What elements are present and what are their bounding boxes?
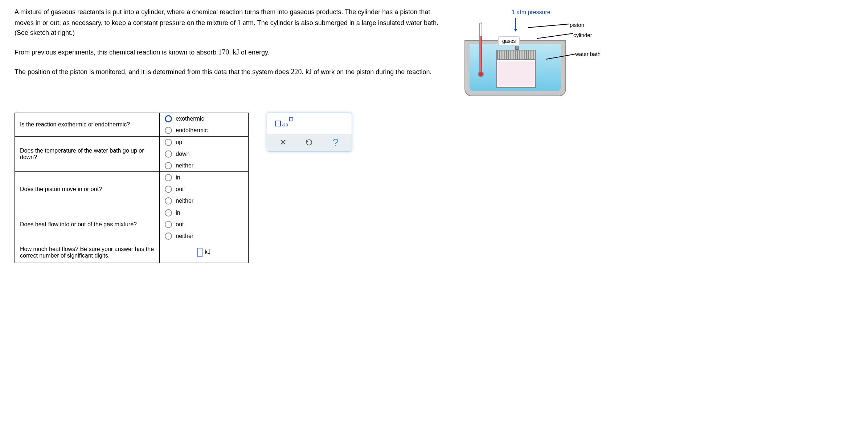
reset-button[interactable]: [303, 137, 315, 148]
reset-icon: [305, 138, 313, 146]
sci-box-icon: [275, 121, 281, 126]
option-label: in: [176, 174, 180, 181]
energy-value: 170. kJ: [218, 48, 239, 56]
heat-question-text: How much heat flows? Be sure your answer…: [15, 242, 160, 263]
sci-notation-button[interactable]: x10: [267, 113, 352, 134]
work-value: 220. kJ: [291, 68, 312, 76]
help-icon: ?: [332, 136, 339, 149]
radio-option[interactable]: endothermic: [160, 125, 248, 136]
tool-panel: x10 ✕ ?: [267, 113, 352, 151]
radio-option[interactable]: in: [160, 172, 248, 183]
radio-icon: [165, 150, 172, 158]
para2-b: of energy.: [239, 49, 270, 56]
piston-label: piston: [570, 22, 584, 28]
help-button[interactable]: ?: [330, 137, 341, 148]
sci-exp-box-icon: [289, 117, 293, 121]
radio-icon: [165, 115, 172, 122]
thermometer-icon: [478, 23, 484, 77]
answer-options: exothermicendothermic: [160, 113, 249, 137]
radio-option[interactable]: exothermic: [160, 113, 248, 125]
radio-icon: [165, 162, 172, 169]
radio-option[interactable]: neither: [160, 195, 248, 207]
para3-b: of work on the piston during the reactio…: [312, 68, 431, 76]
atm-value: 1 atm: [237, 19, 254, 27]
cylinder-shape: [496, 50, 536, 88]
cylinder-label: cylinder: [573, 32, 592, 38]
option-label: out: [176, 221, 184, 228]
radio-icon: [165, 174, 172, 181]
option-label: endothermic: [176, 127, 208, 134]
radio-icon: [165, 209, 172, 216]
piston-shape: [496, 50, 536, 60]
radio-option[interactable]: neither: [160, 160, 248, 171]
radio-icon: [165, 232, 172, 240]
option-label: out: [176, 186, 184, 193]
pressure-label: 1 atm pressure: [512, 9, 550, 16]
apparatus-diagram: 1 atm pressure piston cylinder water bat…: [464, 7, 602, 102]
option-label: exothermic: [176, 116, 204, 122]
radio-option[interactable]: down: [160, 148, 248, 160]
bath-container: [464, 40, 566, 96]
radio-option[interactable]: out: [160, 219, 248, 230]
radio-option[interactable]: neither: [160, 230, 248, 242]
radio-icon: [165, 186, 172, 193]
question-text: Does the temperature of the water bath g…: [15, 137, 160, 172]
clear-button[interactable]: ✕: [277, 137, 289, 148]
option-label: in: [176, 210, 180, 216]
radio-option[interactable]: out: [160, 183, 248, 195]
radio-icon: [165, 139, 172, 146]
radio-option[interactable]: in: [160, 207, 248, 219]
heat-input[interactable]: [197, 248, 202, 257]
radio-icon: [165, 221, 172, 228]
heat-answer-cell: kJ: [160, 242, 249, 263]
para3-a: The position of the piston is monitored,…: [15, 68, 291, 76]
para2-a: From previous experiments, this chemical…: [15, 49, 218, 56]
option-label: neither: [176, 162, 193, 169]
answer-options: inoutneither: [160, 207, 249, 242]
close-icon: ✕: [279, 137, 287, 147]
answer-options: inoutneither: [160, 172, 249, 207]
problem-text: A mixture of gaseous reactants is put in…: [15, 7, 443, 86]
option-label: up: [176, 139, 182, 146]
option-label: neither: [176, 233, 193, 239]
water-bath-label: water bath: [575, 51, 601, 57]
pressure-arrow-icon: [515, 18, 516, 31]
question-table: Is the reaction exothermic or endothermi…: [15, 113, 249, 263]
question-text: Is the reaction exothermic or endothermi…: [15, 113, 160, 137]
option-label: down: [176, 151, 189, 157]
radio-icon: [165, 127, 172, 134]
question-text: Does the piston move in or out?: [15, 172, 160, 207]
answer-options: updownneither: [160, 137, 249, 172]
radio-option[interactable]: up: [160, 137, 248, 148]
question-text: Does heat flow into or out of the gas mi…: [15, 207, 160, 242]
option-label: neither: [176, 198, 193, 204]
gases-label: gases: [498, 36, 520, 46]
sci-x10-label: x10: [282, 123, 288, 127]
radio-icon: [165, 197, 172, 205]
heat-unit: kJ: [205, 249, 210, 255]
